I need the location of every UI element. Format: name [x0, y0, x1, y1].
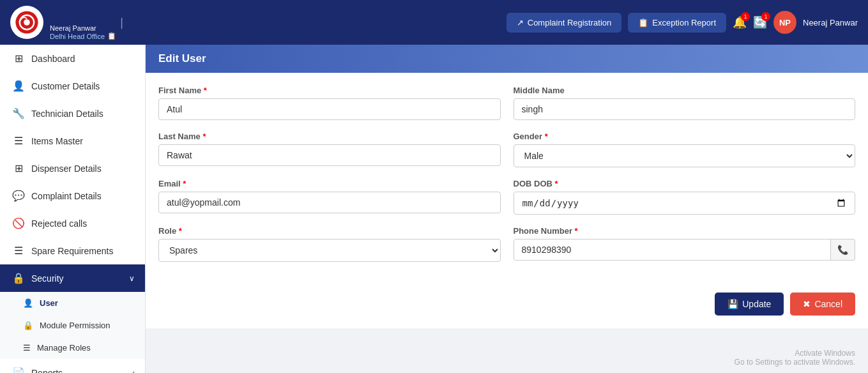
role-label: Role * [158, 226, 501, 236]
sidebar-label-spare: Spare Requirements [31, 246, 135, 256]
update-button[interactable]: 💾 Update [715, 293, 784, 316]
sidebar-label-customer: Customer Details [31, 81, 135, 91]
sidebar-sub-label-roles: Manage Roles [37, 343, 91, 353]
security-submenu: 👤 User 🔒 Module Permission ☰ Manage Role… [0, 292, 145, 359]
sidebar-item-dispenser-details[interactable]: ⊞ Dispenser Details [0, 155, 145, 182]
main-layout: ⊞ Dashboard 👤 Customer Details 🔧 Technic… [0, 45, 868, 373]
edit-user-header: Edit User [146, 45, 868, 73]
exception-icon: 📋 [638, 18, 648, 27]
notification-refresh[interactable]: 🔄 1 [753, 15, 767, 29]
last-name-group: Last Name * [158, 132, 501, 167]
exception-report-button[interactable]: 📋 Exception Report [628, 13, 726, 33]
sidebar-sub-label-module: Module Permission [40, 321, 110, 330]
dob-label: DOB DOB * [514, 179, 856, 188]
sidebar-sub-label-user: User [40, 298, 58, 308]
email-input[interactable] [158, 192, 501, 213]
items-icon: ☰ [12, 135, 25, 147]
app-header: compac Neeraj Panwar Delhi Head Office 📋… [0, 0, 868, 45]
edit-user-body: First Name * Middle Name Last Name [146, 73, 868, 286]
email-label: Email * [158, 179, 501, 188]
sidebar-label-dashboard: Dashboard [31, 54, 135, 64]
required-star-3: * [545, 132, 548, 141]
notification-bell[interactable]: 🔔 1 [733, 15, 747, 29]
role-group: Role * Spares Admin Technician [158, 226, 501, 262]
dob-group: DOB DOB * [514, 179, 856, 215]
reports-icon: 📄 [12, 367, 25, 373]
required-star: * [204, 86, 207, 95]
sidebar-label-dispenser: Dispenser Details [31, 164, 135, 174]
complaint-registration-button[interactable]: ↗ Complaint Registration [506, 13, 622, 33]
gender-label: Gender * [514, 132, 856, 141]
edit-user-title: Edit User [158, 52, 206, 65]
rejected-icon: 🚫 [12, 217, 25, 229]
customer-icon: 👤 [12, 80, 25, 92]
first-name-input[interactable] [158, 98, 501, 120]
sidebar-item-rejected-calls[interactable]: 🚫 Rejected calls [0, 209, 145, 237]
required-star-2: * [202, 132, 206, 141]
sidebar: ⊞ Dashboard 👤 Customer Details 🔧 Technic… [0, 45, 146, 373]
dispenser-icon: ⊞ [12, 162, 25, 174]
save-icon: 💾 [727, 299, 738, 309]
complaint-details-icon: 💬 [12, 190, 25, 202]
sidebar-label-security: Security [31, 273, 123, 284]
sidebar-sub-item-manage-roles[interactable]: ☰ Manage Roles [0, 337, 145, 359]
role-select[interactable]: Spares Admin Technician [158, 239, 501, 262]
form-actions: 💾 Update ✖ Cancel [146, 286, 868, 328]
form-row-4: Role * Spares Admin Technician Phone Num… [158, 226, 855, 262]
content-area: Edit User First Name * Middle Name [146, 45, 868, 373]
form-row-3: Email * DOB DOB * [158, 179, 855, 215]
sidebar-item-dashboard[interactable]: ⊞ Dashboard [0, 45, 145, 72]
copy-icon[interactable]: 📋 [107, 32, 116, 40]
first-name-label: First Name * [158, 86, 501, 95]
last-name-label: Last Name * [158, 132, 501, 141]
spare-icon: ☰ [12, 245, 25, 257]
header-actions: ↗ Complaint Registration 📋 Exception Rep… [506, 11, 858, 34]
cancel-icon: ✖ [803, 299, 811, 309]
logo-section: compac Neeraj Panwar Delhi Head Office 📋 [10, 4, 120, 40]
sidebar-item-reports[interactable]: 📄 Reports ‹ [0, 359, 145, 373]
brand-name: compac [50, 4, 120, 24]
notification-badge: 1 [741, 12, 750, 21]
required-star-4: * [183, 179, 186, 188]
reports-chevron-icon: ‹ [132, 369, 135, 374]
roles-sub-icon: ☰ [23, 343, 31, 353]
sidebar-item-spare-requirements[interactable]: ☰ Spare Requirements [0, 237, 145, 264]
sidebar-item-technician-details[interactable]: 🔧 Technician Details [0, 100, 145, 127]
sidebar-item-complaint-details[interactable]: 💬 Complaint Details [0, 182, 145, 209]
required-star-7: * [575, 226, 578, 236]
phone-input-group: 📞 [514, 239, 856, 261]
first-name-group: First Name * [158, 86, 501, 120]
middle-name-input[interactable] [514, 98, 856, 120]
header-divider: | [120, 16, 123, 29]
security-chevron-icon: ∨ [129, 274, 135, 283]
notification-badge-2: 1 [761, 12, 770, 21]
middle-name-group: Middle Name [514, 86, 856, 120]
dob-input[interactable] [514, 192, 856, 215]
sidebar-label-technician: Technician Details [31, 109, 135, 119]
module-sub-icon: 🔒 [23, 321, 33, 330]
cancel-button[interactable]: ✖ Cancel [790, 293, 855, 316]
sidebar-item-items-master[interactable]: ☰ Items Master [0, 127, 145, 155]
gender-select[interactable]: Male Female Other [514, 144, 856, 167]
phone-label: Phone Number * [514, 226, 856, 236]
middle-name-label: Middle Name [514, 86, 856, 95]
security-icon: 🔒 [12, 272, 25, 284]
form-row-2: Last Name * Gender * Male Female [158, 132, 855, 167]
required-star-5: * [555, 179, 558, 188]
sidebar-sub-item-module-permission[interactable]: 🔒 Module Permission [0, 314, 145, 337]
sidebar-item-customer-details[interactable]: 👤 Customer Details [0, 72, 145, 100]
sidebar-item-security[interactable]: 🔒 Security ∨ [0, 264, 145, 292]
email-group: Email * [158, 179, 501, 215]
last-name-input[interactable] [158, 144, 501, 166]
user-avatar[interactable]: NP [773, 11, 796, 34]
sidebar-sub-item-user[interactable]: 👤 User [0, 292, 145, 314]
edit-user-panel: Edit User First Name * Middle Name [146, 45, 868, 328]
form-row-1: First Name * Middle Name [158, 86, 855, 120]
phone-call-button[interactable]: 📞 [831, 239, 855, 261]
svg-point-2 [24, 19, 30, 26]
brand-info: compac Neeraj Panwar Delhi Head Office 📋 [50, 4, 120, 40]
phone-input[interactable] [514, 239, 832, 261]
user-sub-icon: 👤 [23, 298, 33, 308]
logo-icon [14, 10, 40, 35]
complaint-icon: ↗ [517, 18, 524, 27]
